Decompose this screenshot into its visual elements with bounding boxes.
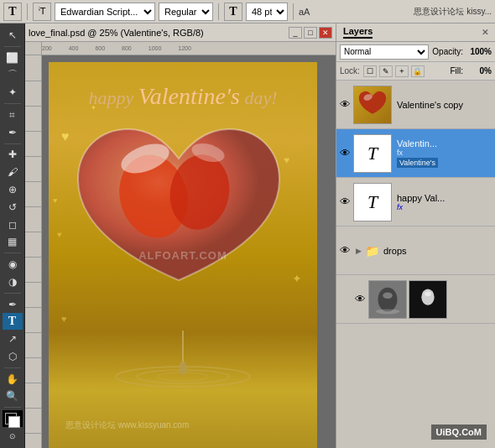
crop-tool[interactable]: ⌗ — [3, 107, 23, 123]
ruler-v-tick-1 — [25, 81, 41, 81]
ruler-top-row: 200 400 600 800 1000 1200 — [25, 42, 336, 55]
drops-thumb-1 — [368, 280, 407, 319]
blur-tool[interactable]: ◉ — [3, 256, 23, 273]
eraser-tool[interactable]: ◻ — [3, 216, 23, 233]
layer-happy-val-text[interactable]: 👁 T happy Val... fx — [336, 178, 495, 227]
opacity-value: 100% — [466, 47, 492, 56]
path-select-tool[interactable]: ↗ — [3, 331, 23, 347]
hand-tool[interactable]: ✋ — [3, 371, 23, 388]
text-style-btn[interactable]: ⁱT — [33, 3, 51, 21]
marquee-tool[interactable]: ⬜ — [3, 49, 23, 66]
left-tool-sep-2 — [4, 103, 21, 104]
layer-valentines-copy[interactable]: 👁 Valentine's copy — [336, 81, 495, 129]
lock-paint-btn[interactable]: ✎ — [379, 65, 393, 77]
text-tool-btn[interactable]: T — [3, 3, 22, 21]
shape-tool[interactable]: ⬡ — [3, 348, 23, 365]
layer-name-valentines-copy: Valentine's copy — [397, 100, 493, 110]
maximize-btn[interactable]: □ — [304, 27, 317, 39]
lock-move-btn[interactable]: + — [395, 65, 409, 77]
layer-drops-thumb[interactable]: 👁 — [336, 275, 495, 324]
ruler-v-tick-13 — [25, 383, 41, 383]
eye-icon-drops-thumb: 👁 — [355, 293, 366, 305]
layer-drops-group[interactable]: 👁 ▶ 📁 drops — [336, 227, 495, 275]
move-tool[interactable]: ↖ — [3, 27, 23, 44]
layer-name-drops: drops — [383, 246, 493, 256]
sparkle-4: ✦ — [292, 272, 302, 285]
eye-icon-valentines-text: 👁 — [340, 147, 351, 159]
eyedropper-tool[interactable]: ✒ — [3, 124, 23, 141]
layer-visibility-valentines-copy[interactable]: 👁 — [338, 98, 352, 112]
lock-label: Lock: — [340, 66, 360, 76]
ruler-horizontal: 200 400 600 800 1000 1200 — [42, 42, 336, 55]
layer-visibility-drops-thumb[interactable]: 👁 — [353, 293, 367, 306]
ruler-v-tick-9 — [25, 282, 41, 283]
lasso-tool[interactable]: ⌒ — [3, 67, 23, 84]
layers-bottom-area: UiBQ.CoM — [336, 324, 495, 448]
layer-fx-happy-val: fx — [397, 203, 493, 211]
bottom-left-text: 思意设计论坛 www.kissyuan.com — [65, 419, 189, 431]
close-btn[interactable]: ✕ — [319, 27, 332, 39]
ruler-tick-400: 400 — [69, 45, 79, 51]
mode-toggle[interactable]: ⊙ — [3, 428, 23, 445]
layers-panel: Layers ✕ Normal Opacity: 100% Lock: ☐ ✎ … — [336, 23, 495, 448]
ruler-v-tick-14 — [25, 408, 41, 409]
eye-icon-happy-val: 👁 — [340, 195, 351, 208]
font-style-select[interactable]: Regular — [159, 3, 213, 21]
layer-visibility-happy-val[interactable]: 👁 — [338, 195, 352, 209]
layer-info-valentines-copy: Valentine's copy — [393, 100, 493, 110]
font-family-select[interactable]: Edwardian Script... — [55, 3, 155, 21]
folder-symbol: 📁 — [365, 244, 379, 258]
ruler-v-tick-12 — [25, 357, 41, 358]
canvas-image[interactable]: ♥ ♥ ♥ ✦ ✦ ♥ ♥ happy Valentine's day! — [49, 62, 317, 448]
left-tool-sep-6 — [4, 367, 21, 368]
layer-group-arrow[interactable]: ▶ — [353, 244, 363, 258]
stamp-tool[interactable]: ⊕ — [3, 181, 23, 198]
watermark: ALFOART.COM — [138, 249, 227, 262]
left-toolbar: ↖ ⬜ ⌒ ✦ ⌗ ✒ ✚ 🖌 ⊕ ↺ ◻ ▦ ◉ ◑ ✒ T ↗ ⬡ ✋ 🔍 … — [0, 23, 25, 448]
minimize-btn[interactable]: _ — [289, 27, 302, 39]
font-size-select[interactable]: 48 pt — [246, 3, 288, 21]
lock-all-btn[interactable]: 🔒 — [411, 65, 425, 77]
fg-color[interactable] — [3, 410, 23, 427]
ruler-v-tick-10 — [25, 307, 41, 308]
ruler-v-tick-6 — [25, 206, 41, 207]
ruler-v-tick-4 — [25, 156, 41, 157]
gradient-tool[interactable]: ▦ — [3, 233, 23, 250]
quick-select-tool[interactable]: ✦ — [3, 84, 23, 101]
layers-panel-close[interactable]: ✕ — [482, 28, 488, 37]
drops-thumbs — [368, 280, 447, 319]
dodge-tool[interactable]: ◑ — [3, 273, 23, 290]
svg-point-16 — [425, 291, 431, 296]
brush-tool[interactable]: 🖌 — [3, 164, 23, 180]
layer-visibility-valentines-text[interactable]: 👁 — [338, 147, 352, 160]
history-tool[interactable]: ↺ — [3, 199, 23, 216]
layers-tab[interactable]: Layers — [343, 26, 373, 39]
ruler-tick-1000: 1000 — [148, 45, 162, 51]
ruler-v-tick-3 — [25, 131, 41, 132]
blend-mode-row: Normal Opacity: 100% — [336, 42, 495, 62]
svg-point-12 — [383, 292, 392, 299]
font-size-btn[interactable]: T — [224, 3, 242, 21]
lock-transparent-btn[interactable]: ☐ — [363, 65, 377, 77]
layer-thumb-happy-val: T — [353, 183, 392, 221]
fill-value: 0% — [466, 66, 492, 76]
brand-text: 思意设计论坛 kissy... — [414, 6, 492, 18]
text-tool[interactable]: T — [3, 313, 23, 330]
svg-point-13 — [376, 309, 400, 314]
layer-name-happy-val: happy Val... — [397, 193, 493, 203]
left-tool-sep-4 — [4, 253, 21, 253]
layer-valentines-text[interactable]: 👁 T Valentin... fx Valentine's — [336, 129, 495, 178]
blend-mode-select[interactable]: Normal — [340, 44, 429, 60]
canvas-titlebar: love_final.psd @ 25% (Valentine's, RGB/8… — [25, 23, 336, 42]
healing-tool[interactable]: ✚ — [3, 147, 23, 164]
layer-info-drops: drops — [380, 246, 493, 256]
eye-icon-drops: 👁 — [340, 244, 351, 257]
layers-panel-header: Layers ✕ — [336, 23, 495, 42]
canvas-area: love_final.psd @ 25% (Valentine's, RGB/8… — [25, 23, 336, 448]
layer-info-valentines-text: Valentin... fx Valentine's — [393, 138, 493, 168]
layer-visibility-drops[interactable]: 👁 — [338, 244, 352, 258]
zoom-tool[interactable]: 🔍 — [3, 388, 23, 405]
pen-tool[interactable]: ✒ — [3, 296, 23, 313]
watermark-overlay: UiBQ.CoM — [431, 425, 487, 440]
top-toolbar: T ⁱT Edwardian Script... Regular T 48 pt… — [0, 0, 495, 23]
